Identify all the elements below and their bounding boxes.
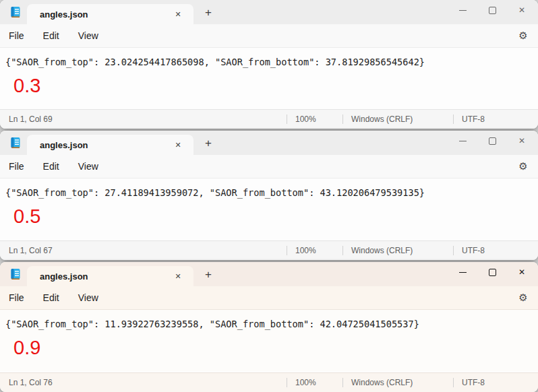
- divider: [287, 115, 287, 124]
- settings-gear-icon[interactable]: ⚙: [514, 289, 533, 306]
- close-button[interactable]: ✕: [507, 131, 537, 151]
- menu-file[interactable]: File: [9, 292, 24, 303]
- tab-close-icon[interactable]: ✕: [171, 138, 185, 152]
- close-button[interactable]: ✕: [507, 0, 537, 20]
- status-bar: Ln 1, Col 67 100% Windows (CRLF) UTF-8: [0, 240, 538, 260]
- close-button[interactable]: ✕: [507, 262, 537, 282]
- status-encoding-segment: UTF-8: [453, 241, 538, 260]
- new-tab-button[interactable]: +: [200, 267, 217, 283]
- window-controls: ✕: [448, 262, 537, 285]
- tab-label: angles.json: [40, 9, 171, 20]
- status-zoom-segment: 100%: [287, 373, 342, 392]
- status-line-col: Ln 1, Col 67: [9, 246, 53, 255]
- menu-view[interactable]: View: [78, 292, 98, 303]
- status-line-col: Ln 1, Col 69: [9, 115, 53, 124]
- maximize-icon: [489, 7, 496, 14]
- status-zoom: 100%: [295, 378, 316, 387]
- text-editor-area[interactable]: {"SAOR_from_top": 23.024254417865098, "S…: [0, 47, 538, 109]
- red-annotation: 0.5: [13, 207, 538, 226]
- menu-file[interactable]: File: [9, 30, 24, 41]
- menubar: File Edit View ⚙: [0, 286, 538, 309]
- status-encoding: UTF-8: [462, 378, 485, 387]
- status-line-ending: Windows (CRLF): [351, 378, 413, 387]
- menu-view[interactable]: View: [78, 30, 98, 41]
- tab-label: angles.json: [40, 271, 171, 282]
- minimize-button[interactable]: [448, 131, 477, 151]
- settings-gear-icon[interactable]: ⚙: [514, 158, 533, 175]
- tab-close-icon[interactable]: ✕: [171, 269, 185, 283]
- status-line-ending-segment: Windows (CRLF): [342, 241, 453, 260]
- new-tab-button[interactable]: +: [200, 135, 217, 152]
- maximize-button[interactable]: [477, 0, 507, 20]
- tab-angles-json[interactable]: angles.json ✕: [27, 266, 193, 286]
- status-line-ending: Windows (CRLF): [351, 115, 413, 124]
- json-text: {"SAOR_from_top": 27.41189413959072, "SA…: [0, 178, 538, 198]
- divider: [342, 115, 343, 124]
- status-line-col: Ln 1, Col 76: [9, 378, 53, 387]
- divider: [342, 246, 343, 255]
- status-bar: Ln 1, Col 69 100% Windows (CRLF) UTF-8: [0, 109, 538, 129]
- tab-angles-json[interactable]: angles.json ✕: [27, 135, 193, 155]
- divider: [453, 378, 454, 387]
- notepad-window-3: angles.json ✕ + ✕ File Edit View ⚙ {"SAO…: [0, 262, 538, 392]
- red-annotation: 0.3: [13, 76, 538, 96]
- notepad-window-1: angles.json ✕ + ✕ File Edit View ⚙ {"SAO…: [0, 0, 538, 129]
- minimize-button[interactable]: [448, 0, 477, 20]
- menubar: File Edit View ⚙: [0, 155, 538, 178]
- red-annotation: 0.9: [13, 338, 538, 358]
- status-line-ending: Windows (CRLF): [351, 246, 413, 255]
- maximize-button[interactable]: [477, 262, 507, 282]
- titlebar[interactable]: angles.json ✕ + ✕: [0, 262, 538, 286]
- status-encoding: UTF-8: [462, 115, 485, 124]
- status-line-ending-segment: Windows (CRLF): [342, 110, 453, 129]
- maximize-button[interactable]: [477, 131, 507, 151]
- minimize-icon: [459, 141, 467, 141]
- titlebar[interactable]: angles.json ✕ + ✕: [0, 131, 538, 155]
- text-editor-area[interactable]: {"SAOR_from_top": 27.41189413959072, "SA…: [0, 178, 538, 240]
- json-text: {"SAOR_from_top": 11.93922763239558, "SA…: [0, 310, 538, 329]
- status-encoding-segment: UTF-8: [453, 373, 538, 392]
- menu-edit[interactable]: Edit: [43, 161, 59, 172]
- json-text: {"SAOR_from_top": 23.024254417865098, "S…: [0, 48, 538, 67]
- notepad-app-icon: [9, 6, 22, 18]
- status-zoom-segment: 100%: [287, 241, 342, 260]
- divider: [342, 378, 343, 387]
- maximize-icon: [489, 137, 496, 145]
- status-zoom: 100%: [295, 115, 316, 124]
- tab-angles-json[interactable]: angles.json ✕: [27, 4, 193, 24]
- status-encoding-segment: UTF-8: [453, 110, 538, 129]
- menubar: File Edit View ⚙: [0, 24, 538, 47]
- notepad-app-icon: [9, 137, 22, 149]
- minimize-icon: [459, 272, 467, 273]
- window-controls: ✕: [448, 0, 537, 23]
- menu-file[interactable]: File: [9, 161, 24, 172]
- divider: [453, 115, 454, 124]
- tab-close-icon[interactable]: ✕: [171, 7, 185, 21]
- menu-edit[interactable]: Edit: [43, 292, 59, 303]
- titlebar[interactable]: angles.json ✕ + ✕: [0, 0, 538, 24]
- settings-gear-icon[interactable]: ⚙: [514, 27, 533, 44]
- minimize-button[interactable]: [448, 262, 477, 282]
- maximize-icon: [489, 269, 496, 276]
- window-controls: ✕: [448, 131, 537, 154]
- divider: [287, 378, 287, 387]
- status-line-ending-segment: Windows (CRLF): [342, 373, 453, 392]
- notepad-window-2: angles.json ✕ + ✕ File Edit View ⚙ {"SAO…: [0, 131, 538, 260]
- new-tab-button[interactable]: +: [200, 5, 217, 21]
- status-bar: Ln 1, Col 76 100% Windows (CRLF) UTF-8: [0, 372, 538, 392]
- status-encoding: UTF-8: [462, 246, 485, 255]
- text-editor-area[interactable]: {"SAOR_from_top": 11.93922763239558, "SA…: [0, 309, 538, 371]
- menu-view[interactable]: View: [78, 161, 98, 172]
- tab-label: angles.json: [40, 140, 171, 150]
- status-zoom: 100%: [295, 246, 316, 255]
- divider: [453, 246, 454, 255]
- menu-edit[interactable]: Edit: [43, 30, 59, 41]
- minimize-icon: [459, 10, 467, 11]
- notepad-app-icon: [9, 268, 22, 280]
- status-zoom-segment: 100%: [287, 110, 342, 129]
- divider: [287, 246, 287, 255]
